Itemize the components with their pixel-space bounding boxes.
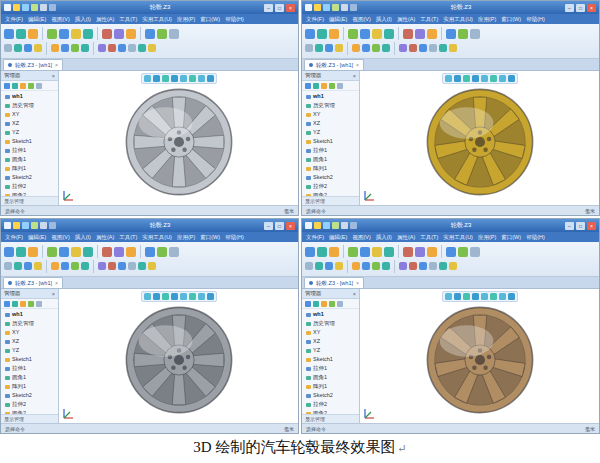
maximize-button[interactable]: □ bbox=[275, 4, 284, 12]
ribbon-icon[interactable] bbox=[372, 247, 382, 257]
ribbon-icon[interactable] bbox=[4, 29, 14, 39]
tree-item[interactable]: wh1 bbox=[3, 310, 56, 319]
tree-item[interactable]: XZ bbox=[3, 119, 56, 128]
ribbon-icon[interactable] bbox=[352, 262, 360, 270]
maximize-button[interactable]: □ bbox=[275, 222, 284, 230]
tree-item[interactable]: 拉伸2 bbox=[304, 400, 357, 409]
ribbon-icon[interactable] bbox=[305, 262, 313, 270]
tree-item[interactable]: Sketch2 bbox=[304, 391, 357, 400]
ribbon-icon[interactable] bbox=[329, 247, 339, 257]
ribbon-icon[interactable] bbox=[427, 29, 437, 39]
tree-item[interactable]: 圆角1 bbox=[304, 155, 357, 164]
view-icon[interactable] bbox=[171, 75, 178, 82]
ribbon-icon[interactable] bbox=[102, 247, 112, 257]
view-icon[interactable] bbox=[198, 75, 205, 82]
view-icon[interactable] bbox=[463, 293, 470, 300]
ribbon-icon[interactable] bbox=[81, 262, 89, 270]
ribbon-icon[interactable] bbox=[145, 29, 155, 39]
panel-tool-icon[interactable] bbox=[305, 83, 311, 89]
ribbon-icon[interactable] bbox=[16, 29, 26, 39]
ribbon-icon[interactable] bbox=[325, 44, 333, 52]
ribbon-icon[interactable] bbox=[71, 247, 81, 257]
view-icon[interactable] bbox=[481, 75, 488, 82]
ribbon-icon[interactable] bbox=[71, 262, 79, 270]
panel-tool-icon[interactable] bbox=[337, 301, 343, 307]
tree-item[interactable]: YZ bbox=[3, 346, 56, 355]
tree-item[interactable]: 阵列1 bbox=[304, 382, 357, 391]
close-button[interactable]: × bbox=[286, 4, 295, 12]
menu-item[interactable]: 属性(A) bbox=[96, 16, 114, 23]
panel-tool-icon[interactable] bbox=[305, 301, 311, 307]
menu-item[interactable]: 应用(P) bbox=[177, 16, 195, 23]
tree-item[interactable]: 拉伸1 bbox=[304, 146, 357, 155]
menu-item[interactable]: 视图(V) bbox=[352, 16, 370, 23]
menu-item[interactable]: 编辑(E) bbox=[329, 16, 347, 23]
wheel-model[interactable] bbox=[424, 304, 536, 416]
menu-item[interactable]: 文件(F) bbox=[306, 16, 324, 23]
panel-tool-icon[interactable] bbox=[36, 83, 42, 89]
tree-item[interactable]: wh1 bbox=[3, 92, 56, 101]
ribbon-icon[interactable] bbox=[382, 44, 390, 52]
view-icon[interactable] bbox=[144, 75, 151, 82]
view-icon[interactable] bbox=[472, 75, 479, 82]
ribbon-icon[interactable] bbox=[157, 247, 167, 257]
ribbon-icon[interactable] bbox=[51, 44, 59, 52]
document-tab[interactable]: 轮毂.Z3 - [wh1] × bbox=[3, 59, 63, 70]
menu-item[interactable]: 属性(A) bbox=[96, 234, 114, 241]
tree-item[interactable]: Sketch2 bbox=[3, 173, 56, 182]
menu-item[interactable]: 属性(A) bbox=[397, 16, 415, 23]
ribbon-icon[interactable] bbox=[458, 247, 468, 257]
view-icon[interactable] bbox=[445, 293, 452, 300]
view-icon[interactable] bbox=[180, 293, 187, 300]
ribbon-icon[interactable] bbox=[126, 29, 136, 39]
ribbon-icon[interactable] bbox=[98, 44, 106, 52]
view-icon[interactable] bbox=[198, 293, 205, 300]
ribbon-icon[interactable] bbox=[102, 29, 112, 39]
close-button[interactable]: × bbox=[587, 222, 596, 230]
close-button[interactable]: × bbox=[286, 222, 295, 230]
ribbon-icon[interactable] bbox=[458, 29, 468, 39]
menu-item[interactable]: 插入(I) bbox=[376, 16, 392, 23]
tree-item[interactable]: Sketch2 bbox=[3, 391, 56, 400]
menu-item[interactable]: 工具(T) bbox=[119, 16, 137, 23]
undo-icon[interactable] bbox=[40, 4, 47, 11]
ribbon-icon[interactable] bbox=[114, 29, 124, 39]
ribbon-icon[interactable] bbox=[128, 44, 136, 52]
tree-item[interactable]: XY bbox=[304, 328, 357, 337]
new-file-icon[interactable] bbox=[13, 222, 20, 229]
ribbon-icon[interactable] bbox=[118, 44, 126, 52]
ribbon-icon[interactable] bbox=[34, 262, 42, 270]
view-icon[interactable] bbox=[189, 75, 196, 82]
ribbon-icon[interactable] bbox=[305, 44, 313, 52]
ribbon-icon[interactable] bbox=[138, 44, 146, 52]
tree-item[interactable]: YZ bbox=[304, 346, 357, 355]
view-icon[interactable] bbox=[463, 75, 470, 82]
tree-item[interactable]: 拉伸1 bbox=[3, 364, 56, 373]
wheel-model[interactable] bbox=[123, 304, 235, 416]
view-icon[interactable] bbox=[499, 75, 506, 82]
ribbon-icon[interactable] bbox=[81, 44, 89, 52]
tree-item[interactable]: wh1 bbox=[304, 310, 357, 319]
tree-item[interactable]: 历史管理 bbox=[304, 101, 357, 110]
tree-item[interactable]: 阵列1 bbox=[3, 164, 56, 173]
menu-item[interactable]: 文件(F) bbox=[306, 234, 324, 241]
panel-close-icon[interactable]: × bbox=[52, 291, 55, 297]
ribbon-icon[interactable] bbox=[382, 262, 390, 270]
menu-item[interactable]: 实用工具(U) bbox=[142, 16, 172, 23]
open-file-icon[interactable] bbox=[22, 4, 29, 11]
ribbon-icon[interactable] bbox=[4, 262, 12, 270]
view-icon[interactable] bbox=[445, 75, 452, 82]
close-button[interactable]: × bbox=[587, 4, 596, 12]
tree-item[interactable]: XZ bbox=[304, 119, 357, 128]
ribbon-icon[interactable] bbox=[427, 247, 437, 257]
menu-item[interactable]: 应用(P) bbox=[478, 234, 496, 241]
panel-tool-icon[interactable] bbox=[313, 83, 319, 89]
tree-item[interactable]: 圆角2 bbox=[3, 409, 56, 414]
ribbon-icon[interactable] bbox=[360, 29, 370, 39]
ribbon-icon[interactable] bbox=[372, 44, 380, 52]
ribbon-icon[interactable] bbox=[315, 44, 323, 52]
undo-icon[interactable] bbox=[341, 222, 348, 229]
redo-icon[interactable] bbox=[350, 4, 357, 11]
ribbon-icon[interactable] bbox=[47, 29, 57, 39]
ribbon-icon[interactable] bbox=[329, 29, 339, 39]
